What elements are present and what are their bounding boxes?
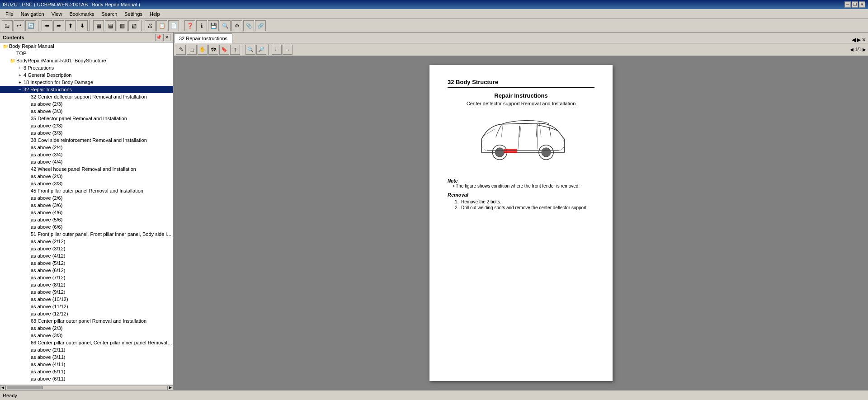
- toolbar-copy[interactable]: 📋: [156, 20, 167, 31]
- tree-item-t27[interactable]: 51 Front pillar outer panel, Front pilla…: [0, 231, 173, 238]
- tree-item-t12[interactable]: as above (2/3): [0, 122, 173, 129]
- toolbar-nav1[interactable]: ⬅: [42, 20, 52, 31]
- toolbar-save[interactable]: 💾: [208, 20, 219, 31]
- tree-item-t38[interactable]: as above (12/12): [0, 310, 173, 317]
- toolbar-refresh[interactable]: 🔄: [25, 20, 36, 31]
- tree-item-t36[interactable]: as above (10/12): [0, 296, 173, 303]
- hscroll-right[interactable]: ▶: [168, 385, 173, 391]
- doc-text[interactable]: T: [230, 45, 240, 55]
- tree-item-t10[interactable]: as above (3/3): [0, 108, 173, 115]
- menu-navigation[interactable]: Navigation: [17, 10, 48, 18]
- tree-item-t43[interactable]: as above (2/11): [0, 346, 173, 353]
- toolbar-layout4[interactable]: ▧: [128, 20, 139, 31]
- toolbar-nav2[interactable]: ➡: [53, 20, 64, 31]
- toolbar-search[interactable]: 🔍: [220, 20, 231, 31]
- tree-item-t25[interactable]: as above (5/6): [0, 216, 173, 223]
- tree-item-t6[interactable]: +18 Inspection for Body Damage: [0, 79, 173, 86]
- contents-pin[interactable]: 📌: [155, 34, 162, 41]
- tree-item-t26[interactable]: as above (6/6): [0, 223, 173, 231]
- menu-help[interactable]: Help: [146, 10, 164, 18]
- tree-item-t16[interactable]: as above (3/4): [0, 151, 173, 158]
- toolbar-open[interactable]: 🗂: [2, 20, 13, 31]
- tree-item-t34[interactable]: as above (8/12): [0, 281, 173, 288]
- toolbar-info[interactable]: ℹ: [196, 20, 207, 31]
- tree-item-t37[interactable]: as above (11/12): [0, 303, 173, 310]
- toolbar-layout1[interactable]: ▦: [93, 20, 104, 31]
- tree-item-t7[interactable]: −32 Repair Instructions: [0, 86, 173, 93]
- tree-item-t28[interactable]: as above (2/12): [0, 238, 173, 245]
- tree-item-t1[interactable]: 📁Body Repair Manual: [0, 42, 173, 50]
- tree-item-t8[interactable]: 32 Center deflector support Removal and …: [0, 93, 173, 100]
- doc-zoom-in[interactable]: 🔎: [256, 45, 266, 55]
- menu-file[interactable]: File: [2, 10, 17, 18]
- tree-item-t44[interactable]: as above (3/11): [0, 353, 173, 361]
- tree-item-t31[interactable]: as above (5/12): [0, 259, 173, 267]
- menu-view[interactable]: View: [48, 10, 66, 18]
- tree-item-t40[interactable]: as above (2/3): [0, 325, 173, 332]
- tree-item-t18[interactable]: 42 Wheel house panel Removal and Install…: [0, 165, 173, 173]
- tree-item-t39[interactable]: 63 Center pillar outer panel Removal and…: [0, 317, 173, 325]
- toolbar-extra2[interactable]: 🔗: [255, 20, 266, 31]
- page-next[interactable]: ▶: [863, 47, 866, 52]
- tree-container[interactable]: 📁Body Repair ManualTOP📁BodyRepairManual-…: [0, 42, 173, 385]
- doc-bookmark[interactable]: 🔖: [219, 45, 229, 55]
- tree-item-t13[interactable]: as above (3/3): [0, 129, 173, 136]
- toolbar-nav4[interactable]: ⬇: [77, 20, 88, 31]
- doc-pan[interactable]: ✋: [198, 45, 208, 55]
- hscroll-left[interactable]: ◀: [0, 385, 5, 391]
- tree-item-t4[interactable]: +3 Precautions: [0, 64, 173, 71]
- tree-item-t47[interactable]: as above (6/11): [0, 375, 173, 382]
- tree-item-t17[interactable]: as above (4/4): [0, 158, 173, 165]
- toolbar-settings[interactable]: ⚙: [231, 20, 242, 31]
- tree-item-t45[interactable]: as above (4/11): [0, 361, 173, 368]
- left-hscroll-thumb[interactable]: [7, 386, 43, 389]
- tree-item-t14[interactable]: 38 Cowl side reinforcement Removal and I…: [0, 136, 173, 144]
- toolbar-back[interactable]: ↩: [14, 20, 24, 31]
- menu-settings[interactable]: Settings: [121, 10, 146, 18]
- doc-zoom-region[interactable]: ⬚: [187, 45, 197, 55]
- tree-item-t32[interactable]: as above (6/12): [0, 267, 173, 274]
- menu-bookmarks[interactable]: Bookmarks: [66, 10, 98, 18]
- toolbar-layout2[interactable]: ▤: [105, 20, 116, 31]
- tree-item-t42[interactable]: 66 Center pillar outer panel, Center pil…: [0, 339, 173, 346]
- toolbar-paste[interactable]: 📄: [168, 20, 179, 31]
- doc-next-nav[interactable]: →: [283, 45, 292, 55]
- menu-search[interactable]: Search: [98, 10, 121, 18]
- page-prev[interactable]: ◀: [850, 47, 854, 52]
- restore-button[interactable]: ❐: [852, 1, 858, 8]
- close-button[interactable]: ✕: [859, 1, 865, 8]
- toolbar-layout3[interactable]: ▥: [117, 20, 127, 31]
- tree-item-t11[interactable]: 35 Deflector panel Removal and Installat…: [0, 115, 173, 122]
- doc-prev-nav[interactable]: ←: [272, 45, 282, 55]
- toolbar-nav3[interactable]: ⬆: [65, 20, 76, 31]
- doc-thumbnail[interactable]: 🗺: [208, 45, 218, 55]
- tree-item-t3[interactable]: 📁BodyRepairManual-RJ01_BodyStructure: [0, 57, 173, 64]
- tree-item-t21[interactable]: 45 Front pillar outer panel Removal and …: [0, 187, 173, 194]
- doc-select[interactable]: ✎: [176, 45, 186, 55]
- contents-close[interactable]: ✕: [163, 34, 170, 41]
- tree-item-t41[interactable]: as above (3/3): [0, 332, 173, 339]
- tree-item-t29[interactable]: as above (3/12): [0, 245, 173, 252]
- tree-item-t2[interactable]: TOP: [0, 50, 173, 57]
- tab-repair-instructions[interactable]: 32 Repair Instructions: [174, 33, 232, 43]
- tab-prev[interactable]: ◀: [852, 37, 856, 43]
- tree-item-t33[interactable]: as above (7/12): [0, 274, 173, 281]
- left-hscroll-bar[interactable]: [5, 386, 168, 390]
- toolbar-print[interactable]: 🖨: [145, 20, 156, 31]
- tree-item-t5[interactable]: +4 General Description: [0, 71, 173, 79]
- doc-search[interactable]: 🔍: [245, 45, 255, 55]
- tree-item-t30[interactable]: as above (4/12): [0, 252, 173, 259]
- tree-item-t9[interactable]: as above (2/3): [0, 100, 173, 108]
- tree-item-t15[interactable]: as above (2/4): [0, 144, 173, 151]
- minimize-button[interactable]: ─: [844, 1, 851, 8]
- toolbar-help[interactable]: ❓: [184, 20, 195, 31]
- tree-item-t19[interactable]: as above (2/3): [0, 173, 173, 180]
- tree-item-t23[interactable]: as above (3/6): [0, 202, 173, 209]
- tree-item-t22[interactable]: as above (2/6): [0, 194, 173, 202]
- tree-item-t46[interactable]: as above (5/11): [0, 368, 173, 375]
- toolbar-extra1[interactable]: 📎: [243, 20, 254, 31]
- tree-item-t35[interactable]: as above (9/12): [0, 288, 173, 296]
- doc-area[interactable]: 32 Body Structure Repair Instructions Ce…: [174, 56, 868, 390]
- tree-item-t20[interactable]: as above (3/3): [0, 180, 173, 187]
- tab-close[interactable]: ✕: [862, 37, 866, 43]
